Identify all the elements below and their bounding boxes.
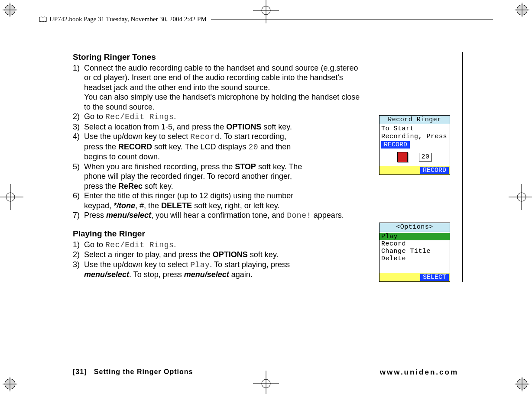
step-text: begins to count down.: [84, 152, 160, 161]
step-text: , #, the: [135, 201, 161, 210]
step-text: Use the up/down key to select: [84, 260, 190, 269]
key-label: menu/select: [106, 211, 151, 220]
lcd-record-pill: RECORD: [381, 141, 410, 149]
header-runner-text: UP742.book Page 31 Tuesday, November 30,…: [49, 16, 207, 23]
step-text: headset jack and the other end into the …: [84, 83, 270, 92]
section-title: Setting the Ringer Options: [94, 368, 193, 375]
step-text: Use the up/down key to select: [84, 132, 190, 141]
step-text: . To start recording,: [220, 132, 286, 141]
crop-mark-icon: [515, 3, 529, 17]
step-text: Go to: [84, 112, 105, 121]
record-icon: [397, 152, 408, 162]
lcd-text: Rec/Edit Rings: [105, 241, 174, 249]
lcd-options-menu: <Options> Play Record Change Title Delet…: [379, 223, 450, 282]
step-number: 2): [73, 112, 84, 122]
step-text: phone will play the recorded ringer. To …: [84, 172, 292, 181]
softkey-label: STOP: [235, 162, 256, 171]
step-number: 3): [73, 122, 84, 132]
step-number: 1): [73, 240, 84, 250]
heading-playing: Playing the Ringer: [73, 229, 370, 239]
footer-url: www.uniden.com: [380, 368, 458, 377]
step-2: 2) Go to Rec/Edit Rings.: [73, 112, 370, 122]
step-text: You can also simply use the handset's mi…: [84, 93, 360, 101]
softkey-label: OPTIONS: [226, 123, 261, 131]
crop-mark-icon: [3, 3, 17, 17]
step-text: soft key, right, or left key.: [192, 201, 279, 210]
lcd-text: Record: [190, 132, 220, 141]
step-text: Select a location from 1-5, and press th…: [84, 123, 226, 131]
lcd-text: Done!: [287, 211, 311, 220]
page-footer: [31] Setting the Ringer Options www.unid…: [73, 368, 458, 377]
lcd-text: Rec/Edit Rings: [105, 113, 174, 121]
play-step-2: 2) Select a ringer to play, and press th…: [73, 250, 370, 260]
step-text: Select a ringer to play, and press the: [84, 250, 213, 259]
page-body: Storing Ringer Tones 1) Connect the audi…: [73, 52, 463, 282]
step-text: .: [174, 112, 176, 121]
heading-storing: Storing Ringer Tones: [73, 52, 370, 62]
crop-mark-icon: [515, 377, 529, 391]
step-text: Press: [84, 211, 106, 220]
step-text: .: [174, 240, 176, 249]
step-text: soft key.: [248, 250, 279, 259]
step-text: again.: [229, 270, 253, 279]
book-icon: [39, 16, 47, 23]
step-text: keypad,: [84, 201, 114, 210]
registration-mark-icon: [0, 184, 23, 210]
step-text: or cd player). Insert one end of the aud…: [84, 73, 343, 82]
step-number: 2): [73, 250, 84, 260]
step-text: . To start playing, press: [210, 260, 290, 269]
softkey-label: DELETE: [161, 201, 192, 210]
step-number: 5): [73, 162, 84, 172]
registration-mark-icon: [509, 184, 532, 210]
step-text: soft key. The: [256, 162, 302, 171]
header-rule: [211, 19, 493, 19]
step-text: . To stop, press: [129, 270, 184, 279]
step-1: 1) Connect the audio recording cable to …: [73, 63, 370, 112]
lcd-text: 20: [249, 143, 259, 152]
lcd-softkey-bar: RECORD: [380, 166, 450, 174]
play-step-1: 1) Go to Rec/Edit Rings.: [73, 240, 370, 250]
step-3: 3) Select a location from 1-5, and press…: [73, 122, 370, 132]
play-step-3: 3) Use the up/down key to select Play. T…: [73, 260, 370, 280]
step-number: 7): [73, 210, 84, 220]
step-7: 7) Press menu/select, you will hear a co…: [73, 210, 370, 221]
step-5: 5) When you are finished recording, pres…: [73, 162, 370, 191]
step-number: 3): [73, 260, 84, 270]
step-text: Go to: [84, 240, 105, 249]
step-number: 1): [73, 63, 84, 73]
softkey-record: RECORD: [420, 167, 449, 174]
page-number: [31]: [73, 368, 87, 375]
step-text: Connect the audio recording cable to the…: [84, 64, 358, 72]
lcd-softkey-bar: SELECT: [380, 273, 450, 281]
step-text: , you will hear a confirmation tone, and: [151, 211, 287, 220]
softkey-label: ReRec: [118, 182, 143, 191]
key-label: menu/select: [184, 270, 229, 279]
menu-item-play: Play: [380, 233, 450, 240]
lcd-title: <Options>: [380, 223, 450, 232]
key-label: */tone: [114, 201, 135, 210]
step-4: 4) Use the up/down key to select Record.…: [73, 132, 370, 162]
menu-item-change-title: Change Title: [380, 248, 450, 255]
lcd-text: Play: [190, 261, 210, 269]
step-text: soft key. The LCD displays: [152, 142, 248, 151]
page-header: UP742.book Page 31 Tuesday, November 30,…: [39, 16, 493, 23]
softkey-select: SELECT: [420, 274, 449, 281]
step-number: 6): [73, 191, 84, 201]
crop-mark-icon: [3, 377, 17, 391]
lcd-line: Recording, Press: [380, 133, 450, 140]
key-label: menu/select: [84, 270, 129, 279]
softkey-label: RECORD: [118, 142, 152, 151]
lcd-line: To Start: [380, 125, 450, 132]
step-text: appears.: [311, 211, 344, 220]
lcd-title: Record Ringer: [380, 116, 450, 124]
menu-item-record: Record: [380, 240, 450, 248]
step-6: 6) Enter the title of this ringer (up to…: [73, 191, 370, 210]
step-text: soft key.: [143, 182, 173, 191]
step-text: to the sound source.: [84, 103, 155, 111]
step-text: and then: [258, 142, 291, 151]
step-number: 4): [73, 132, 84, 142]
step-text: press the: [84, 142, 118, 151]
step-text: Enter the title of this ringer (up to 12…: [84, 191, 293, 200]
menu-item-delete: Delete: [380, 255, 450, 262]
step-text: soft key.: [261, 123, 292, 131]
